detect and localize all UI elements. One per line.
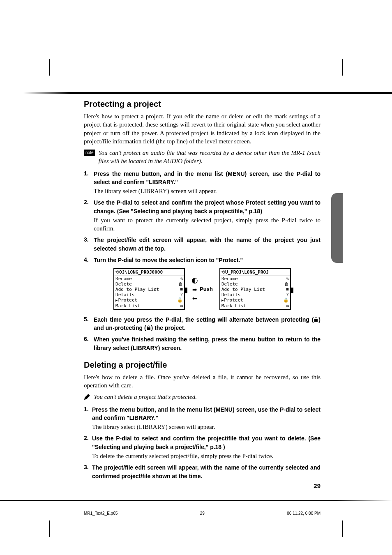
arrow-left-icon: ⬅	[192, 295, 197, 303]
lock-closed-icon	[314, 317, 318, 322]
lcd-row: Delete🗑	[220, 281, 290, 287]
section-title-deleting: Deleting a project/file	[84, 359, 321, 371]
crop-mark	[342, 59, 343, 76]
lcd-row: Mark List▭	[220, 303, 290, 309]
del-step-1-body: The library select (LIBRARY) screen will…	[92, 423, 321, 431]
del-step-1-bold: Press the menu button, and in the menu l…	[92, 405, 321, 422]
crop-mark	[357, 522, 373, 522]
lcd-right: ⟲U_PROJ\LONG_PROJ Rename✎ Delete🗑 Add to…	[219, 268, 291, 309]
lcd-left: ⟲OJ\LONG_PROJ0000 Rename✎ Delete🗑 Add to…	[113, 268, 185, 309]
lcd-row: Add to Play List≡	[220, 287, 290, 292]
steps-protecting: Press the menu button, and in the menu l…	[84, 170, 321, 265]
lcd-row: Rename✎	[220, 276, 290, 281]
lcd-row: Add to Play List≡	[114, 287, 184, 292]
note-icon: note	[84, 150, 95, 156]
del-step-2-body: To delete the currently selected project…	[92, 452, 321, 460]
step-2-body: If you want to protect the currently sel…	[94, 216, 321, 233]
footer-timestamp: 06.11.22, 0:00 PM	[287, 511, 321, 516]
lcd-row: Details?	[220, 292, 290, 297]
page-number: 29	[314, 482, 321, 489]
note-text-deleting: You can't delete a project that's protec…	[94, 393, 197, 401]
steps-protecting-cont: Each time you press the P-dial, the sett…	[84, 315, 321, 352]
caution-pencil-icon	[84, 394, 90, 400]
imposition-footer: MR1_Text2_E.p65 29 06.11.22, 0:00 PM	[84, 511, 321, 516]
crop-mark	[49, 520, 50, 537]
lcd-row: Protect🔒	[220, 297, 290, 303]
section-title-protecting: Protecting a project	[84, 99, 321, 110]
step-5-bold: Each time you press the P-dial, the sett…	[94, 315, 321, 332]
lcd-row: Details?	[114, 292, 184, 297]
lcd-right-title: ⟲U_PROJ\LONG_PROJ	[220, 269, 290, 276]
section-thumb-tab	[331, 193, 343, 263]
lock-open-icon	[146, 325, 151, 330]
crop-mark	[19, 522, 35, 522]
step-6-bold: When you've finished making the setting,…	[94, 335, 321, 352]
note-text-protecting: You can't protect an audio file that was…	[98, 149, 321, 166]
intro-deleting: Here's how to delete a file. Once you've…	[84, 373, 321, 390]
del-step-2-bold: Use the P-dial to select and confirm the…	[92, 434, 321, 451]
crop-mark	[342, 520, 343, 537]
step-3-bold: The project/file edit screen will appear…	[94, 236, 321, 253]
lcd-row: Mark List▭	[114, 303, 184, 309]
lcd-row: Protect🔓	[114, 297, 184, 303]
header-rule	[0, 92, 392, 94]
crop-mark	[19, 70, 35, 70]
dial-icon: ◐	[191, 275, 198, 285]
push-arrows: ◐ ➡ ⬅	[191, 275, 198, 302]
steps-deleting: Press the menu button, and in the menu l…	[84, 405, 321, 480]
step-4-bold: Turn the P-dial to move the selection ic…	[94, 256, 321, 264]
arrow-right-icon: ➡	[192, 286, 197, 294]
lcd-scroll-indicator	[291, 288, 293, 293]
push-label: Push	[200, 286, 213, 293]
crop-mark	[49, 59, 50, 76]
lcd-scroll-indicator	[185, 288, 187, 293]
footer-filename: MR1_Text2_E.p65	[84, 511, 118, 516]
del-step-3-bold: The project/file edit screen will appear…	[92, 463, 321, 480]
intro-protecting: Here's how to protect a project. If you …	[84, 112, 321, 145]
step-2-bold: Use the P-dial to select and confirm the…	[94, 198, 321, 215]
crop-mark	[357, 70, 373, 70]
step-1-bold: Press the menu button, and in the menu l…	[94, 170, 321, 187]
footer-rule	[0, 500, 392, 501]
lcd-row: Delete🗑	[114, 281, 184, 287]
lcd-row: Rename✎	[114, 276, 184, 281]
lcd-left-title: ⟲OJ\LONG_PROJ0000	[114, 269, 184, 276]
figure-edit-screens: ⟲OJ\LONG_PROJ0000 Rename✎ Delete🗑 Add to…	[84, 268, 321, 309]
footer-page: 29	[200, 511, 205, 516]
step-1-body: The library select (LIBRARY) screen will…	[94, 187, 321, 195]
